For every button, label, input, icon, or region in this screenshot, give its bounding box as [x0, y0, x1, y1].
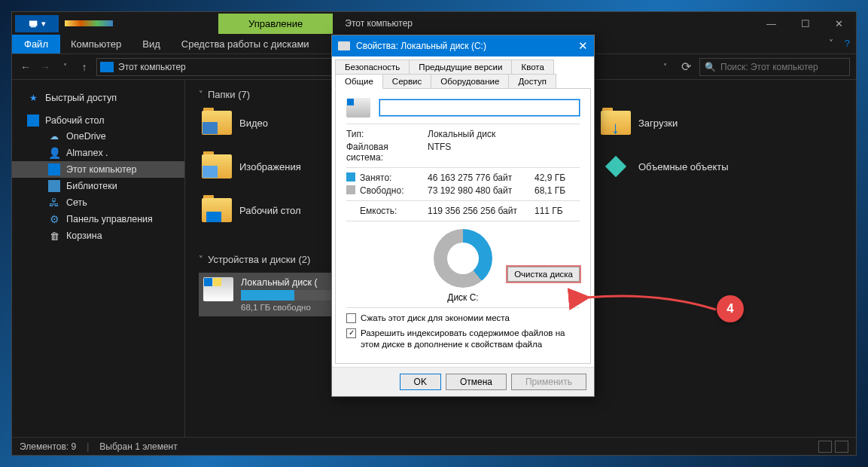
nav-up-button[interactable]: ↑ [77, 61, 92, 73]
index-checkbox-row[interactable]: Разрешить индексировать содержимое файло… [346, 328, 580, 351]
fs-value: NTFS [428, 142, 580, 163]
menu-drive-tools[interactable]: Средства работы с дисками [171, 35, 320, 53]
folder-label: Изображения [239, 161, 301, 172]
dialog-close-button[interactable]: ✕ [578, 39, 588, 53]
ribbon-contextual-tab[interactable]: Управление [218, 14, 333, 34]
drive-icon [203, 277, 233, 301]
properties-dialog: Свойства: Локальный диск (C:) ✕ Безопасн… [331, 35, 595, 397]
sidebar-quick-access[interactable]: ★ Быстрый доступ [12, 90, 184, 105]
svg-rect-0 [29, 21, 37, 26]
type-label: Тип: [346, 129, 428, 139]
ribbon-expand-chevron-icon[interactable]: ˅ [829, 38, 833, 49]
folder-label: Рабочий стол [239, 205, 301, 216]
folder-icon [202, 154, 232, 179]
dialog-title: Свойства: Локальный диск (C:) [356, 41, 486, 51]
tab-service[interactable]: Сервис [382, 74, 431, 89]
user-icon: 👤 [48, 147, 60, 159]
status-selected-count: Выбран 1 элемент [99, 441, 177, 452]
disk-large-icon [346, 98, 370, 118]
sidebar-user[interactable]: 👤 Almanex . [12, 145, 184, 161]
index-label: Разрешить индексировать содержимое файло… [361, 328, 580, 351]
used-gb: 42,9 ГБ [535, 172, 580, 183]
sidebar-label: Сеть [66, 197, 87, 208]
folder-downloads[interactable]: Загрузки [598, 108, 786, 138]
used-label: Занято: [360, 172, 391, 183]
sidebar-label: Рабочий стол [45, 115, 104, 126]
libraries-icon [48, 180, 60, 192]
sidebar-label: Almanex . [66, 148, 108, 158]
folder-icon [202, 111, 232, 135]
used-bytes: 46 163 275 776 байт [428, 172, 535, 183]
control-panel-icon: ⚙ [48, 213, 60, 225]
qat-placeholder [65, 20, 113, 26]
sidebar-label: Библиотеки [66, 181, 117, 191]
folder-icon [202, 198, 232, 222]
usage-donut-chart [434, 229, 492, 288]
ok-button[interactable]: OK [400, 374, 441, 390]
tab-strip: Безопасность Предыдущие версии Квота Общ… [332, 56, 594, 88]
tab-previous-versions[interactable]: Предыдущие версии [409, 60, 512, 75]
network-icon: 🖧 [48, 197, 60, 209]
free-label: Свободно: [360, 185, 404, 196]
sidebar-control-panel[interactable]: ⚙ Панель управления [12, 211, 184, 227]
sidebar-label: Панель управления [66, 214, 153, 224]
cloud-icon: ☁ [48, 130, 60, 142]
tab-hardware[interactable]: Оборудование [431, 74, 509, 89]
sidebar-label: OneDrive [66, 131, 106, 142]
sidebar-desktop[interactable]: Рабочий стол [12, 113, 184, 128]
nav-recent-dropdown[interactable]: ˅ [57, 63, 72, 71]
view-large-icons-icon[interactable] [835, 441, 848, 453]
sidebar-network[interactable]: 🖧 Сеть [12, 194, 184, 211]
status-element-count: Элементов: 9 [20, 441, 76, 452]
pc-icon [48, 163, 60, 176]
breadcrumb[interactable]: Этот компьютер [118, 62, 186, 72]
disk-cleanup-button[interactable]: Очистка диска [507, 267, 580, 282]
menu-computer[interactable]: Компьютер [60, 35, 132, 53]
tab-quota[interactable]: Квота [511, 60, 553, 75]
sidebar: ★ Быстрый доступ Рабочий стол ☁ OneDrive… [12, 80, 185, 437]
compress-checkbox[interactable] [346, 313, 356, 323]
svg-rect-1 [30, 26, 35, 28]
search-input[interactable]: 🔍 Поиск: Этот компьютер [699, 58, 850, 76]
system-menu-icon[interactable]: ▾ [15, 15, 59, 32]
search-placeholder: Поиск: Этот компьютер [720, 62, 818, 72]
nav-forward-button[interactable]: → [38, 61, 53, 73]
tab-general[interactable]: Общие [335, 74, 383, 89]
cancel-button[interactable]: Отмена [446, 374, 507, 390]
minimize-button[interactable]: — [754, 12, 788, 35]
index-checkbox[interactable] [346, 328, 356, 338]
annotation-badge: 4 [717, 295, 744, 322]
view-details-icon[interactable] [818, 441, 832, 453]
sidebar-onedrive[interactable]: ☁ OneDrive [12, 128, 184, 145]
tab-access[interactable]: Доступ [508, 74, 556, 89]
free-color-swatch [346, 185, 355, 194]
folder-3d-objects[interactable]: Объемные объекты [598, 151, 786, 182]
help-icon[interactable]: ? [845, 38, 850, 49]
capacity-gb: 111 ГБ [535, 206, 580, 216]
sidebar-label: Этот компьютер [66, 164, 136, 175]
search-icon: 🔍 [705, 62, 716, 72]
refresh-button[interactable]: ⟳ [677, 60, 695, 74]
disk-label-input[interactable] [379, 99, 580, 116]
nav-back-button[interactable]: ← [18, 61, 33, 73]
folder-icon [601, 111, 631, 135]
apply-button[interactable]: Применить [511, 374, 586, 390]
capacity-bytes: 119 356 256 256 байт [428, 206, 535, 216]
sidebar-recycle-bin[interactable]: 🗑 Корзина [12, 227, 184, 244]
close-button[interactable]: ✕ [822, 12, 856, 35]
compress-label: Сжать этот диск для экономии места [361, 313, 510, 325]
statusbar: Элементов: 9 | Выбран 1 элемент [12, 437, 856, 455]
used-color-swatch [346, 172, 355, 182]
menu-file[interactable]: Файл [12, 35, 60, 53]
free-gb: 68,1 ГБ [535, 185, 580, 196]
titlebar: ▾ Управление Этот компьютер — ☐ ✕ [12, 12, 856, 35]
maximize-button[interactable]: ☐ [788, 12, 822, 35]
sidebar-this-pc[interactable]: Этот компьютер [12, 161, 184, 178]
dialog-titlebar[interactable]: Свойства: Локальный диск (C:) ✕ [332, 35, 594, 56]
sidebar-libraries[interactable]: Библиотеки [12, 178, 184, 194]
compress-checkbox-row[interactable]: Сжать этот диск для экономии места [346, 313, 580, 325]
tab-security[interactable]: Безопасность [335, 60, 410, 75]
disk-letter-label: Диск C: [346, 292, 580, 303]
address-history-dropdown[interactable]: ˅ [657, 63, 672, 71]
menu-view[interactable]: Вид [132, 35, 171, 53]
